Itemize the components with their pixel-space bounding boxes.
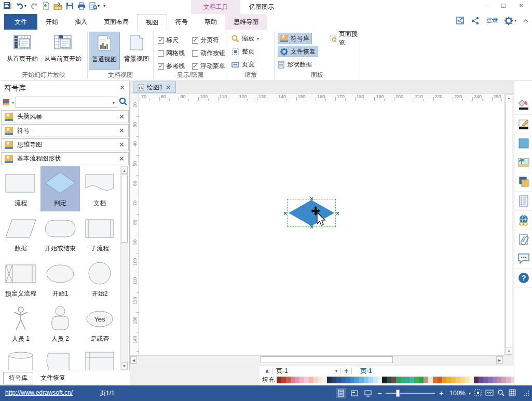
fill-swatch[interactable] (419, 377, 424, 383)
checkbox-box[interactable] (192, 37, 198, 44)
section-close-icon[interactable]: ✕ (119, 113, 125, 121)
redo-button[interactable] (30, 2, 38, 10)
shape-parallelogram[interactable]: 数据 (1, 211, 40, 257)
fill-swatch[interactable] (465, 377, 470, 383)
zoom-slider[interactable] (386, 390, 435, 397)
normal-view-button[interactable]: 普通视图 (89, 32, 120, 70)
zoom-dropdown-icon[interactable]: ▾ (257, 36, 259, 41)
shape-data-toggle[interactable]: 形状数据 (278, 59, 312, 70)
print-preview-dropdown-icon[interactable]: ▾ (98, 4, 100, 8)
shape-person-outline[interactable]: 人员 1 (1, 302, 40, 347)
fill-swatch[interactable] (424, 377, 428, 383)
grid-toggle-icon[interactable] (508, 389, 516, 398)
view-page-icon[interactable] (349, 388, 360, 398)
quick-shape-icon[interactable] (514, 134, 532, 153)
fill-swatch[interactable] (336, 377, 341, 383)
insert-picture-icon[interactable] (514, 153, 532, 172)
fill-swatch[interactable] (501, 377, 506, 383)
undo-dropdown-icon[interactable]: ▾ (24, 4, 26, 8)
section-close-icon[interactable]: ✕ (119, 127, 125, 135)
background-view-button[interactable]: 背景视图 (121, 32, 152, 70)
maximize-button[interactable]: □ (495, 0, 512, 12)
gallery-scrollbar[interactable]: ▲ ▼ (120, 166, 128, 370)
page-selector[interactable]: 页-1 ▾ (276, 367, 337, 376)
hyperlink-icon[interactable] (514, 211, 532, 230)
export-share-icon[interactable] (456, 17, 465, 24)
fill-swatch[interactable] (446, 377, 451, 383)
library-section-0[interactable]: 头脑风暴✕ (1, 110, 129, 123)
fill-swatch[interactable] (387, 377, 391, 383)
fill-swatch[interactable] (332, 377, 336, 383)
panel-tab-symbol-library[interactable]: 符号库 (3, 372, 33, 384)
shape-subprocess[interactable]: 子流程 (80, 211, 119, 257)
print-button[interactable] (77, 2, 86, 10)
tab-3[interactable]: 页面布局 (96, 14, 137, 30)
fill-swatch[interactable] (506, 377, 511, 383)
collapse-ribbon-icon[interactable] (523, 18, 529, 23)
scroll-down-icon[interactable]: ▼ (506, 347, 512, 355)
checkbox-2[interactable]: 网格线 (158, 47, 192, 60)
tab-7[interactable]: 思维导图 (225, 14, 267, 30)
minimize-button[interactable]: – (477, 0, 495, 12)
fill-swatch[interactable] (493, 377, 497, 383)
page-tab[interactable]: 页-1 (360, 367, 372, 376)
symbol-library-toggle[interactable]: ★ 符号库 (278, 33, 312, 44)
scroll-left-icon[interactable]: ◀ (130, 356, 137, 364)
new-page-button[interactable] (42, 2, 50, 10)
connection-handle-top[interactable]: × (310, 196, 313, 202)
symbol-search-input[interactable]: ▾ (16, 97, 117, 108)
fill-swatch[interactable] (346, 377, 350, 383)
page-preview-toggle[interactable]: 页面预览 (330, 33, 360, 44)
login-button[interactable]: 登录 (486, 16, 498, 25)
fill-swatch[interactable] (488, 377, 493, 383)
start-from-first-page-button[interactable]: 从首页开始 (3, 32, 42, 70)
scroll-up-icon[interactable]: ▲ (506, 94, 512, 101)
shape-document[interactable]: 文档 (80, 166, 119, 211)
tab-5[interactable]: 符号 (167, 14, 196, 30)
tab-6[interactable]: 帮助 (196, 14, 225, 30)
add-page-button[interactable]: + (344, 367, 348, 375)
shape-ellipse[interactable]: 开始1 (40, 257, 80, 302)
zoom-find-icon[interactable] (497, 389, 505, 398)
fill-swatch[interactable] (401, 377, 405, 383)
layers-icon[interactable] (514, 172, 532, 192)
pen-style-icon[interactable] (514, 115, 532, 134)
page-selector-dropdown-icon[interactable]: ▾ (335, 369, 337, 373)
view-normal-icon[interactable] (336, 388, 346, 398)
customize-toolbar-icon[interactable]: ▾̅ (103, 4, 105, 8)
tab-1[interactable]: 开始 (37, 14, 66, 30)
fill-swatch[interactable] (354, 377, 359, 383)
search-button[interactable] (119, 97, 128, 108)
checkbox-0[interactable]: 标尺 (158, 34, 192, 47)
fill-swatch[interactable] (313, 377, 318, 383)
zoom-button[interactable]: 缩放 ▾ (231, 33, 259, 44)
zoom-level-dropdown-icon[interactable]: ▾ (469, 391, 471, 396)
tab-2[interactable]: 插入 (66, 14, 96, 30)
fill-swatch[interactable] (428, 377, 433, 383)
fit-width-button[interactable]: 页宽 (231, 59, 254, 70)
share-icon[interactable] (471, 17, 480, 24)
fill-swatch[interactable] (364, 377, 369, 383)
fill-swatch[interactable] (479, 377, 483, 383)
drawing-canvas[interactable]: × × × × (139, 101, 504, 355)
fill-swatch[interactable] (410, 377, 414, 383)
tab-file[interactable]: 文件 (4, 14, 37, 30)
fill-swatch[interactable] (474, 377, 479, 383)
library-section-1[interactable]: 符号✕ (1, 124, 129, 137)
fill-swatch[interactable] (378, 377, 383, 383)
fill-swatch[interactable] (318, 377, 323, 383)
fill-swatch[interactable] (414, 377, 419, 383)
document-tab[interactable]: 绘图1 ✕ (133, 82, 176, 93)
library-picker-icon[interactable]: ▾ (2, 98, 14, 107)
fill-swatch[interactable] (277, 377, 281, 383)
checkbox-box[interactable] (158, 50, 164, 57)
library-section-2[interactable]: 思维导图✕ (1, 138, 129, 151)
open-button[interactable] (53, 2, 62, 10)
zoom-out-button[interactable]: − (376, 389, 383, 397)
shape-yesno[interactable]: Yes是或否 (80, 302, 119, 347)
shape-curve-doc[interactable] (40, 347, 80, 370)
shape-stadium[interactable]: 开始或结束 (40, 211, 80, 257)
checkbox-box[interactable] (192, 50, 198, 57)
shape-cylinder[interactable] (1, 347, 40, 370)
fill-swatch[interactable] (281, 377, 286, 383)
